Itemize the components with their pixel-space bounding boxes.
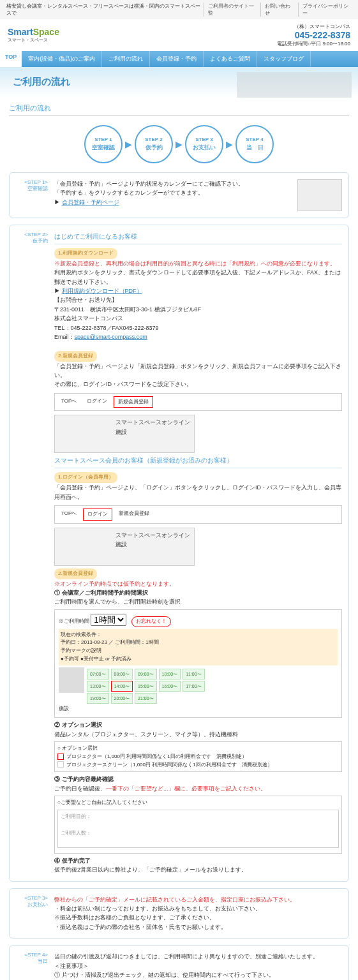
time-slot[interactable]: 21:00〜	[135, 693, 157, 704]
steps-diagram: STEP 1空室確認 ▶ STEP 2仮予約 ▶ STEP 3お支払い ▶ ST…	[9, 125, 349, 163]
time-slot-selected[interactable]: 14:00〜	[111, 681, 133, 692]
step2-p4red: ※オンライン予約時点では仮予約となります。	[54, 579, 342, 588]
step2-name: 仮予約	[33, 238, 48, 244]
step4-tag: <STEP 4>	[16, 952, 48, 958]
addr-1: 〒231-0011 横浜市中区太田町3-30-1 横浜フジタビル8F	[54, 305, 342, 314]
nav-blog[interactable]: スタッフブログ	[257, 51, 311, 67]
step2-p1b: 利用規約ボタンをクリック、書式をダウンロードして必要事項を記入後、下記メールアド…	[54, 268, 342, 286]
step2-h4: ④ 仮予約完了	[54, 858, 91, 864]
time-slot[interactable]: 15:00〜	[135, 681, 157, 692]
tabs-screenshot-2: TOPへ ログイン 新規会員登録	[54, 505, 342, 524]
addr-2: 株式会社スマートコンパス	[54, 314, 342, 323]
nav-room[interactable]: 室内(設備・備品)のご案内	[22, 51, 102, 67]
step1-thumbnail	[297, 179, 342, 211]
phone-company: （株）スマートコンパス	[277, 23, 350, 30]
toplink-privacy[interactable]: プライバシーポリシー	[298, 3, 352, 17]
step1-link[interactable]: 会員登録・予約ページ	[62, 199, 119, 205]
step3-l3: ・振込名義はご予約の際の会社名・団体名・氏名でお願いします。	[54, 923, 342, 932]
sched-date: 予約日：2013-08-23 ／ ご利用時間：1時間	[61, 639, 336, 647]
step4-l1: 当日の鍵の引渡及び返却につきましては、ご利用時間により異なりますので、別途ご連絡…	[54, 952, 342, 961]
screenshot-2: スマートスペースオンライン施設	[54, 528, 195, 566]
time-slot[interactable]: 09:00〜	[135, 669, 157, 679]
time-slot[interactable]: 19:00〜	[87, 693, 109, 704]
header-phone: （株）スマートコンパス 045-222-8378 電話受付時間○平日 9:00〜…	[277, 23, 350, 47]
hero: ご利用の流れ	[0, 67, 358, 97]
tabs-screenshot-1: TOPへ ログイン 新規会員登録	[54, 393, 342, 412]
sched-mark: 予約マークの説明	[61, 647, 336, 655]
step3-l1: ・料金は前払い制になっております。お振込みをもちまして、お支払い下さい。	[54, 904, 342, 913]
time-slot[interactable]: 10:00〜	[159, 669, 181, 679]
main-nav: TOP 室内(設備・備品)のご案内 ご利用の流れ 会員登録・予約 よくあるご質問…	[0, 51, 358, 67]
toplink-contact[interactable]: お問い合わせ	[260, 3, 294, 17]
tab-register: 新規会員登録	[115, 509, 153, 521]
sched-mark2: ●予約可 ●受付中止 or 予約済み	[61, 655, 336, 664]
free-head: ○ご要望などご自由に記入してください	[57, 799, 339, 807]
time-slot[interactable]: 17:00〜	[183, 681, 205, 692]
room-thumb	[59, 667, 84, 693]
step2-p4b: ご利用時間を選んでから、ご利用開始時刻を選択	[54, 597, 342, 606]
step2-p2txt2: その際に、ログインID・パスワードをご設定下さい。	[54, 380, 342, 389]
step2-h4b: 仮予約後2営業日以内に弊社より、「ご予約確定」メールをお送りします。	[54, 865, 342, 874]
tab-login-active: ログイン	[83, 509, 112, 521]
pill-login: 1.ログイン（会員専用）	[54, 472, 117, 483]
section-title: ご利用の流れ	[9, 103, 349, 116]
pill-register: 2.新規会員登録	[54, 351, 97, 362]
toplink-user-sites[interactable]: ご利用者のサイト一覧	[204, 3, 257, 17]
arrow-icon: ▶	[226, 139, 233, 149]
step-circle-4: STEP 4当 日	[235, 125, 274, 163]
pill-register2: 2.新規会員登録	[54, 568, 97, 579]
step4-name: 当日	[38, 958, 48, 964]
tab-top: TOPへ	[57, 396, 80, 408]
tab-login: ログイン	[83, 396, 111, 408]
time-select[interactable]: 1時間	[91, 614, 126, 626]
logo-word-space: Space	[33, 27, 59, 37]
arrow-icon: ▶	[175, 139, 183, 149]
time-slot[interactable]: 11:00〜	[183, 669, 205, 679]
step-circle-3: STEP 3お支払い	[185, 125, 223, 163]
addr-head: 【お問合せ・お送り先】	[54, 295, 342, 304]
step3-block: <STEP 3>お支払い 弊社からの「ご予約確定」メールに記載されているご入金額…	[9, 888, 349, 939]
nav-home-icon[interactable]: TOP	[0, 51, 22, 67]
step2-red1: ※新規会員登録と、再利用の場合は利用目的が前回と異なる時には「利用規約」への同意…	[54, 259, 342, 268]
schedule-screenshot: ※ご利用時間 1時間 お忘れなく！ 現在の検索条件： 予約日：2013-08-2…	[54, 609, 342, 718]
hero-image	[237, 72, 352, 98]
addr-3: TEL：045-222-8378／FAX045-222-8379	[54, 323, 342, 332]
email-link[interactable]: space@smart-compass.com	[75, 334, 147, 340]
arrow-icon: ▶	[125, 139, 132, 149]
logo-sub: スマート・スペース	[8, 37, 59, 43]
nav-faq[interactable]: よくあるご質問	[204, 51, 257, 67]
thumb-label: 施設	[59, 705, 338, 713]
free-textarea[interactable]: ご利用目的： ご利用人数：	[57, 810, 339, 848]
step1-tag: <STEP 1>	[16, 179, 48, 185]
time-slot[interactable]: 08:00〜	[111, 669, 133, 679]
pill-download: 1.利用規約ダウンロード	[54, 248, 117, 259]
step2-block: <STEP 2>仮予約 はじめてご利用になるお客様 1.利用規約ダウンロード ※…	[9, 225, 349, 882]
time-slot[interactable]: 07:00〜	[87, 669, 109, 679]
checkbox-icon[interactable]	[57, 754, 64, 760]
step2-h2: ② オプション選択	[54, 722, 102, 728]
nav-flow[interactable]: ご利用の流れ	[102, 51, 150, 67]
nav-register[interactable]: 会員登録・予約	[150, 51, 204, 67]
time-slot[interactable]: 16:00〜	[159, 681, 181, 692]
tab-top: TOPへ	[57, 509, 80, 521]
step2-tag: <STEP 2>	[16, 232, 48, 237]
opt-1: プロジェクター（1,000円 利用時間関係なく1回の利用料金です 消費税別途）	[66, 754, 247, 759]
step3-red: 弊社からの「ご予約確定」メールに記載されているご入金額を、指定口座にお振込み下さ…	[54, 895, 342, 904]
site-logo[interactable]: SmartSpace スマート・スペース	[8, 27, 59, 43]
topbar-tagline: 格安貸し会議室・レンタルスペース・フリースペースは横浜・関内のスマートスペースで	[6, 3, 204, 17]
download-pdf-link[interactable]: 利用規約ダウンロード（PDF）	[62, 288, 142, 294]
time-slot[interactable]: 20:00〜	[111, 693, 133, 704]
time-slot[interactable]: 13:00〜	[87, 681, 109, 692]
step-circle-1: STEP 1空室確認	[84, 125, 123, 163]
step1-name: 空室確認	[27, 186, 48, 191]
step2-p3txt: 「会員登録・予約」ページより、「ログイン」ボタンをクリックし、ログインID・パス…	[54, 483, 342, 501]
bubble-reminder: お忘れなく！	[131, 616, 171, 627]
checkbox-icon[interactable]	[57, 761, 64, 768]
phone-tel: 045-222-8378	[277, 30, 350, 40]
step2-h3: ③ ご予約内容最終確認	[54, 776, 114, 782]
step4-noteh: ＜注意事項＞	[54, 961, 342, 970]
logo-word-smart: Smart	[8, 27, 33, 37]
step2-h1: ① 会議室／ご利用時間予約時間選択	[54, 590, 148, 596]
step2-p2txt: 「会員登録・予約」ページより「新規会員登録」ボタンをクリック、新規会員フォームに…	[54, 362, 342, 380]
phone-hours: 電話受付時間○平日 9:00〜18:00	[277, 40, 350, 47]
